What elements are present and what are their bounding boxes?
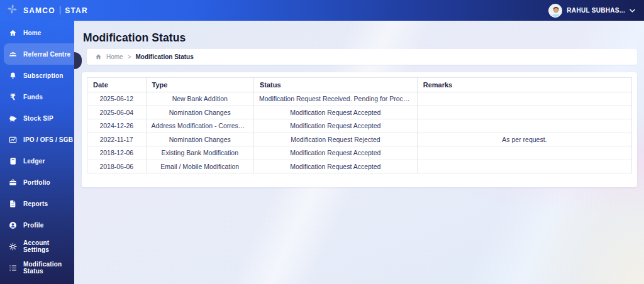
chevron-down-icon — [630, 9, 635, 13]
table-row: 2024-12-26Address Modification - Corresp… — [87, 119, 632, 133]
chart-icon — [8, 135, 18, 145]
main-content: Modification Status Home > Modification … — [74, 21, 644, 284]
table-cell: 2025-06-04 — [87, 106, 147, 119]
sidebar-item-account-settings[interactable]: Account Settings — [0, 236, 74, 257]
modification-status-card: DateTypeStatusRemarks 2025-06-12New Bank… — [82, 72, 637, 187]
table-cell: Modification Request Accepted — [253, 106, 417, 119]
sidebar-item-funds[interactable]: ₹Funds — [0, 86, 74, 107]
brand-divider — [60, 6, 61, 14]
breadcrumb-current: Modification Status — [136, 53, 194, 60]
sidebar-item-label: Modification Status — [23, 261, 74, 275]
table-cell: Modification Request Accepted — [253, 160, 417, 173]
sidebar-item-label: Reports — [23, 200, 48, 207]
sidebar-item-home[interactable]: Home — [0, 22, 74, 43]
sidebar-item-label: Account Settings — [23, 239, 74, 253]
sidebar-item-referral-centre[interactable]: Referral Centre — [4, 43, 74, 65]
referral-users-icon — [8, 50, 18, 59]
gear-icon — [8, 242, 18, 251]
table-cell: Email / Mobile Modification — [146, 160, 253, 173]
table-cell: Modification Request Received. Pending f… — [253, 92, 417, 106]
breadcrumb-separator: > — [128, 53, 131, 60]
report-icon — [8, 199, 18, 209]
table-cell — [417, 92, 631, 106]
sidebar-item-label: Profile — [23, 222, 44, 229]
table-row: 2018-06-06Email / Mobile ModificationMod… — [87, 160, 632, 173]
table-cell: 2024-12-26 — [87, 119, 147, 133]
sidebar-item-subscription[interactable]: Subscription — [0, 65, 74, 86]
brand-name-right: STAR — [65, 6, 88, 15]
table-header-row: DateTypeStatusRemarks — [87, 78, 632, 92]
table-header-cell: Status — [253, 78, 417, 92]
sidebar-item-ipo-ofs-sgb[interactable]: IPO / OFS / SGB — [0, 129, 74, 150]
table-cell: Existing Bank Modification — [146, 146, 253, 160]
table-cell: Modification Request Accepted — [253, 119, 417, 133]
user-avatar — [548, 4, 562, 18]
sidebar-item-label: Subscription — [23, 72, 64, 79]
table-row: 2018-12-06Existing Bank ModificationModi… — [87, 146, 632, 160]
modification-status-table: DateTypeStatusRemarks 2025-06-12New Bank… — [87, 77, 632, 173]
table-cell: Address Modification - Correspondence — [146, 119, 253, 133]
rupee-icon: ₹ — [8, 92, 18, 102]
table-header-cell: Remarks — [417, 78, 631, 92]
sidebar-item-profile[interactable]: Profile — [0, 214, 74, 236]
table-cell — [417, 146, 631, 160]
brand-name: SAMCO STAR — [23, 6, 88, 15]
table-cell: 2018-12-06 — [87, 146, 147, 160]
piggy-bank-icon — [8, 114, 18, 123]
table-cell: New Bank Addition — [146, 92, 253, 106]
sidebar-item-ledger[interactable]: Ledger — [0, 150, 74, 172]
table-cell: Modification Request Accepted — [253, 146, 417, 160]
table-header-cell: Date — [87, 78, 147, 92]
briefcase-icon — [8, 178, 18, 187]
table-row: 2025-06-04Nomination ChangesModification… — [87, 106, 632, 119]
sidebar-item-modification-status[interactable]: Modification Status — [0, 257, 74, 278]
breadcrumb-home-link[interactable]: Home — [106, 53, 123, 60]
top-header-bar: SAMCO STAR RAHUL SUBHAS... — [0, 0, 644, 21]
sidebar-item-label: Portfolio — [23, 179, 50, 186]
table-cell: Nomination Changes — [146, 133, 253, 146]
table-row: 2022-11-17Nomination ChangesModification… — [87, 133, 632, 146]
page-title: Modification Status — [83, 31, 186, 45]
user-menu[interactable]: RAHUL SUBHAS... — [548, 4, 635, 18]
table-cell: As per request. — [417, 133, 631, 146]
table-cell: 2025-06-12 — [87, 92, 147, 106]
profile-icon — [8, 221, 18, 230]
user-name-label: RAHUL SUBHAS... — [567, 7, 625, 14]
sidebar-item-reports[interactable]: Reports — [0, 193, 74, 214]
sidebar-item-stock-sip[interactable]: Stock SIP — [0, 107, 74, 129]
table-cell: 2018-06-06 — [87, 160, 147, 173]
app-window: SAMCO STAR RAHUL SUBHAS... HomeReferral … — [0, 0, 644, 284]
sidebar-item-label: Home — [23, 30, 42, 36]
table-cell: Modification Request Rejected — [253, 133, 417, 146]
table-row: 2025-06-12New Bank AdditionModification … — [87, 92, 632, 106]
breadcrumb: Home > Modification Status — [87, 49, 637, 65]
home-icon — [8, 28, 18, 38]
table-cell — [417, 160, 631, 173]
table-cell: Nomination Changes — [146, 106, 253, 119]
table-cell — [417, 106, 631, 119]
brand-name-left: SAMCO — [23, 6, 55, 15]
table-header-cell: Type — [146, 78, 253, 92]
home-breadcrumb-icon — [95, 53, 102, 60]
ledger-icon — [8, 156, 18, 166]
sidebar-item-portfolio[interactable]: Portfolio — [0, 172, 74, 193]
sidebar-item-label: Referral Centre — [23, 51, 70, 58]
brand-logo[interactable]: SAMCO STAR — [6, 3, 88, 18]
sidebar-collapse-handle[interactable] — [74, 52, 82, 69]
checklist-icon — [8, 263, 18, 273]
table-cell: 2022-11-17 — [87, 133, 147, 146]
sidebar: HomeReferral CentreSubscription₹FundsSto… — [0, 21, 74, 284]
sidebar-item-label: Stock SIP — [23, 115, 53, 122]
table-cell — [417, 119, 631, 133]
samco-pinwheel-logo-icon — [6, 3, 18, 18]
sidebar-item-label: Ledger — [23, 158, 45, 165]
bell-icon — [8, 71, 18, 80]
sidebar-item-label: IPO / OFS / SGB — [23, 136, 73, 143]
sidebar-item-label: Funds — [23, 94, 43, 101]
